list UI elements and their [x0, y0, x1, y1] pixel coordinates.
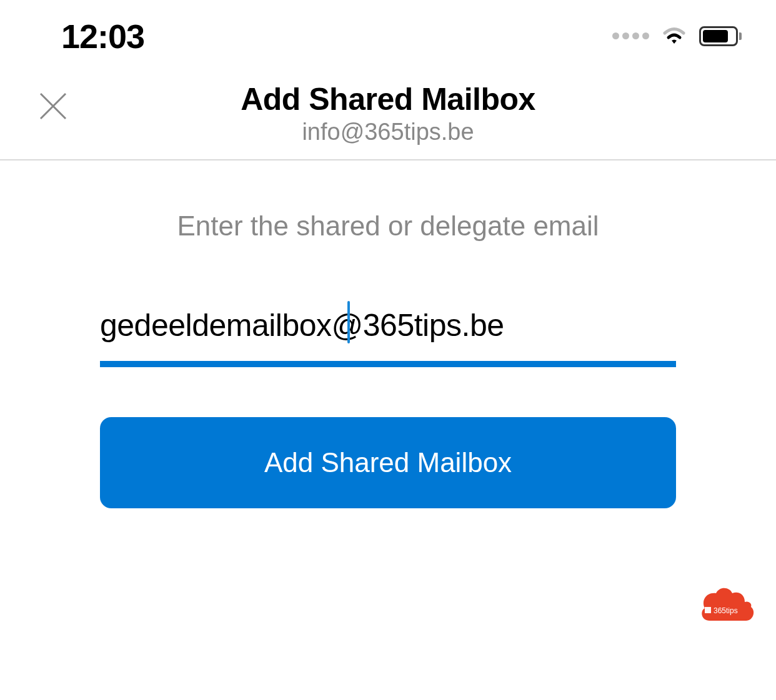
status-bar: 12:03	[0, 0, 776, 72]
main-content: Enter the shared or delegate email Add S…	[0, 160, 776, 508]
wifi-icon	[660, 26, 688, 46]
email-field-wrapper	[100, 307, 676, 367]
close-button[interactable]	[36, 89, 70, 123]
nav-bar: Add Shared Mailbox info@365tips.be	[0, 72, 776, 160]
battery-icon	[699, 26, 742, 46]
branding-badge: 365tips	[697, 584, 757, 622]
text-caret	[347, 301, 350, 343]
cellular-dots-icon	[612, 32, 649, 39]
close-icon	[39, 92, 67, 120]
email-field[interactable]	[100, 307, 676, 343]
status-time: 12:03	[61, 17, 144, 56]
page-title: Add Shared Mailbox	[31, 81, 745, 117]
page-subtitle: info@365tips.be	[31, 119, 745, 145]
status-right	[612, 26, 742, 46]
svg-rect-2	[705, 607, 711, 613]
instruction-text: Enter the shared or delegate email	[100, 210, 676, 242]
branding-text: 365tips	[714, 606, 738, 615]
add-shared-mailbox-button[interactable]: Add Shared Mailbox	[100, 417, 676, 508]
